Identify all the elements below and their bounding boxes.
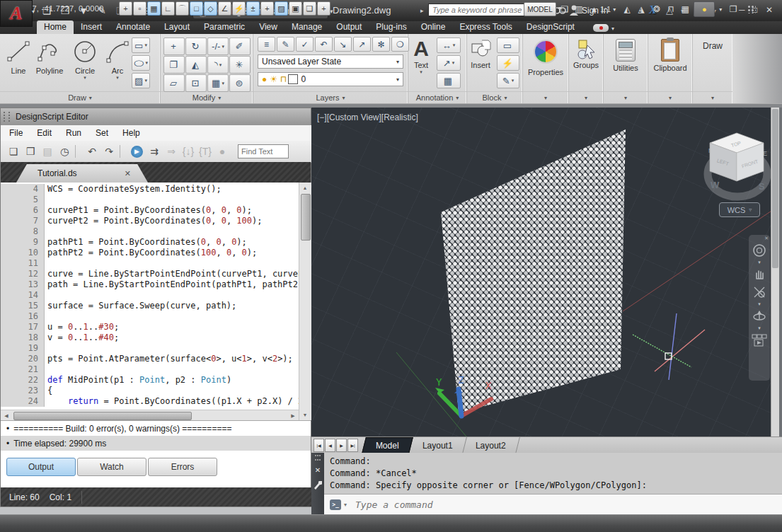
- toolbar-icon[interactable]: ▶: [131, 146, 143, 158]
- chevron-down-icon[interactable]: ▾: [452, 60, 455, 66]
- command-input-row[interactable]: >_ ▾: [324, 494, 782, 514]
- close-icon[interactable]: ✕: [315, 466, 321, 474]
- ribbon-state-arrow-icon[interactable]: ▾: [611, 25, 614, 32]
- close-button[interactable]: ✕: [766, 5, 773, 15]
- navigation-bar[interactable]: ✕ ▾ ▾ ▾: [749, 235, 770, 381]
- layout-tab[interactable]: Layout1: [409, 437, 466, 453]
- layer-tool[interactable]: ≡: [258, 37, 275, 52]
- menu-item[interactable]: Set: [96, 128, 108, 138]
- toolbar-icon[interactable]: ◷: [56, 146, 73, 157]
- code-line[interactable]: 18v = 0..1..#40;: [1, 332, 311, 343]
- ribbon-tab[interactable]: Plug-ins: [369, 21, 413, 34]
- layers-panel-label[interactable]: Layers▾: [253, 91, 408, 103]
- code-line[interactable]: 6curvePt1 = Point.ByCoordinates(0, 0, 0)…: [1, 205, 311, 216]
- toolbar-icon[interactable]: ❒: [22, 146, 39, 157]
- view-control[interactable]: [Custom View]: [327, 112, 381, 122]
- current-layer-dropdown[interactable]: ●☀⊓ 0 ▾: [258, 72, 403, 86]
- modify-panel-label[interactable]: Modify▾: [161, 91, 253, 103]
- groups-label[interactable]: Groups: [569, 61, 603, 69]
- ribbon-state-icon[interactable]: [593, 24, 609, 32]
- status-toggle[interactable]: ∠: [218, 1, 231, 16]
- layer-tool[interactable]: ✓: [296, 37, 314, 52]
- chevron-down-icon[interactable]: ▾: [512, 78, 514, 83]
- layer-tool[interactable]: ↗: [353, 37, 371, 52]
- modify-tool[interactable]: ✐: [229, 37, 251, 55]
- toolbar-icon[interactable]: ↶: [84, 146, 100, 157]
- chevron-down-icon[interactable]: ▾: [344, 502, 347, 508]
- space-icon[interactable]: ▥: [572, 4, 586, 14]
- code-line[interactable]: 23{: [1, 386, 311, 396]
- layer-status-icon[interactable]: ⊓: [280, 74, 287, 84]
- annotation-scale-control[interactable]: ▲ 1:1 ▾: [587, 5, 619, 13]
- properties-wheel-icon[interactable]: [534, 40, 558, 64]
- ribbon-tab[interactable]: Output: [329, 21, 369, 34]
- modify-tool[interactable]: ❐: [163, 56, 185, 74]
- status-toggle[interactable]: ▫: [133, 1, 146, 16]
- annotation-panel-label[interactable]: Annotation▾: [408, 91, 466, 103]
- toolbar-icon[interactable]: {↓}: [180, 146, 197, 157]
- code-line[interactable]: 22def MidPoint(p1 : Point, p2 : Point): [1, 375, 311, 386]
- showmotion-icon[interactable]: [752, 333, 767, 347]
- toolbar-icon[interactable]: {T}: [197, 146, 214, 157]
- insert-tool[interactable]: Insert: [467, 37, 494, 69]
- viewport-menu-control[interactable]: [−]: [317, 112, 327, 122]
- scrollbar-thumb[interactable]: [772, 109, 778, 268]
- tab-tutorial-ds[interactable]: Tutorial.ds ✕: [16, 164, 148, 183]
- polyline-tool[interactable]: Polyline: [34, 37, 65, 75]
- scroll-up-icon[interactable]: ▲: [299, 183, 311, 193]
- draw-small-tool[interactable]: ▭▾: [132, 37, 150, 53]
- layout-nav-button[interactable]: ▶: [336, 439, 347, 452]
- modify-tool[interactable]: ✳: [229, 56, 251, 74]
- code-line[interactable]: 17u = 0..1..#30;: [1, 322, 311, 332]
- annotation-small-tool[interactable]: ↔▾: [437, 37, 461, 53]
- arc-tool[interactable]: Arc ▾: [102, 37, 133, 81]
- viewcube[interactable]: N E W S TOP LEFT FRONT: [699, 127, 777, 212]
- code-line[interactable]: 8: [1, 226, 311, 237]
- ribbon-tab[interactable]: DesignScript: [519, 21, 582, 34]
- groups-panel-label[interactable]: ▾: [569, 91, 603, 103]
- toolbar-icon[interactable]: ▤: [39, 146, 56, 157]
- code-line[interactable]: 24 return = Point.ByCoordinates((p1.X + …: [1, 396, 311, 407]
- properties-panel-label[interactable]: ▾: [523, 91, 568, 103]
- visual-style-control[interactable]: [Realistic]: [381, 112, 418, 122]
- layout-nav-button[interactable]: |◀: [314, 439, 324, 452]
- scrollbar-thumb[interactable]: [13, 412, 192, 420]
- status-toggle[interactable]: ±: [246, 1, 260, 16]
- layout-nav-button[interactable]: ◀: [325, 439, 335, 452]
- command-history[interactable]: Command:Command: *Cancel*Command: Specif…: [324, 453, 782, 494]
- zoom-icon[interactable]: [752, 285, 766, 299]
- menu-item[interactable]: Run: [66, 128, 81, 138]
- annotation-small-tool[interactable]: ↗▾: [437, 55, 461, 71]
- chevron-down-icon[interactable]: ▾: [219, 62, 222, 68]
- ribbon-tab[interactable]: View: [252, 21, 284, 34]
- draw2-panel-label[interactable]: ▾: [693, 91, 732, 103]
- scroll-right-icon[interactable]: ▶: [287, 410, 299, 421]
- groups-icon[interactable]: [576, 38, 596, 61]
- toolbar-icon[interactable]: ●: [214, 146, 231, 157]
- drag-grip-icon[interactable]: [4, 112, 10, 122]
- text-tool[interactable]: A Text ▾: [408, 37, 434, 75]
- circle-tool[interactable]: Circle ▾: [69, 37, 100, 81]
- modify-tool[interactable]: -/-▾: [207, 37, 229, 55]
- annotation-icon[interactable]: ◭: [620, 4, 634, 14]
- menu-item[interactable]: Help: [122, 128, 140, 138]
- ribbon-tab[interactable]: Annotate: [109, 21, 157, 34]
- status-toggle[interactable]: +: [119, 1, 132, 16]
- ribbon-tab[interactable]: Parametric: [197, 21, 252, 34]
- modify-tool[interactable]: ◭: [185, 56, 207, 74]
- code-line[interactable]: 15surface = Surface.Sweep(curve, path);: [1, 301, 311, 311]
- pan-hand-icon[interactable]: [753, 267, 766, 280]
- chevron-down-icon[interactable]: ▾: [408, 69, 434, 75]
- chevron-down-icon[interactable]: ▾: [69, 75, 100, 81]
- chevron-down-icon[interactable]: ▾: [144, 78, 147, 83]
- annotation-small-tool[interactable]: ▦: [437, 73, 461, 88]
- application-menu-button[interactable]: A: [0, 0, 33, 27]
- code-vertical-scrollbar[interactable]: ▲ ▼: [299, 183, 311, 420]
- code-line[interactable]: 20pts = Point.AtParameter(surface<0>, u<…: [1, 354, 311, 364]
- status-toggle[interactable]: +: [317, 1, 330, 16]
- status-tool-icon[interactable]: ❂: [650, 4, 664, 14]
- chevron-down-icon[interactable]: ▾: [758, 260, 761, 265]
- chevron-down-icon[interactable]: ▾: [758, 301, 761, 307]
- ds-editor-title-bar[interactable]: DesignScript Editor: [1, 108, 311, 125]
- utilities-panel-label[interactable]: ▾: [604, 91, 648, 103]
